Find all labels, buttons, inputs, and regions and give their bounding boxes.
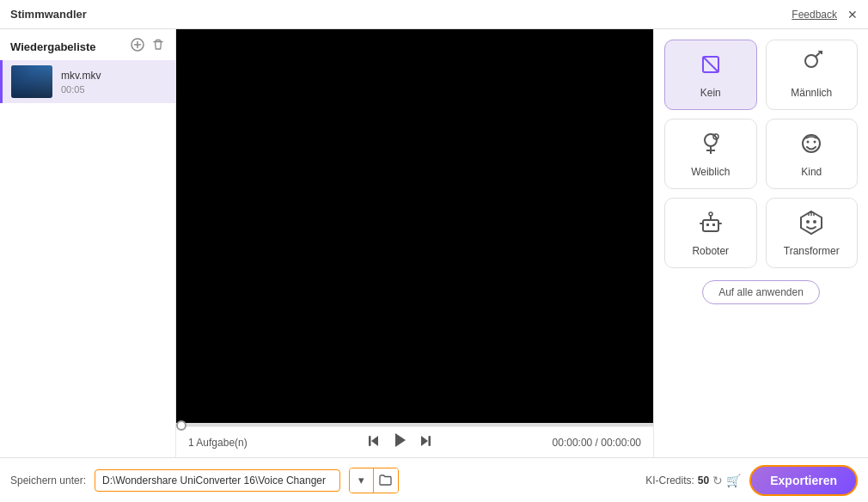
title-bar-actions: Feedback ✕: [792, 9, 858, 21]
svg-rect-7: [429, 436, 431, 446]
svg-rect-20: [712, 223, 715, 226]
ki-credits: KI-Credits: 50 ↻ 🛒: [645, 474, 741, 487]
sidebar-header: Wiedergabeliste: [0, 29, 175, 60]
sidebar: Wiedergabeliste: [0, 29, 176, 457]
roboter-icon: [697, 209, 724, 240]
playlist-thumbnail: [11, 65, 52, 98]
save-path-input[interactable]: [95, 469, 340, 492]
kind-icon: [798, 130, 825, 161]
sidebar-title: Wiedergabeliste: [10, 40, 96, 53]
voice-card-kein[interactable]: Kein: [664, 40, 757, 110]
progress-thumb[interactable]: [176, 420, 186, 431]
playlist-info: mkv.mkv 00:05: [61, 70, 101, 95]
svg-point-11: [705, 134, 717, 146]
svg-marker-5: [395, 433, 406, 447]
svg-marker-6: [421, 436, 428, 446]
apply-all-button[interactable]: Auf alle anwenden: [702, 280, 820, 304]
main-content: Wiedergabeliste: [0, 29, 868, 457]
voice-grid: Kein Männlich: [664, 40, 858, 268]
kein-icon: [697, 51, 724, 82]
close-button[interactable]: ✕: [847, 9, 858, 21]
progress-bar[interactable]: [176, 423, 653, 426]
playlist-duration: 00:05: [61, 84, 101, 95]
right-panel: Kein Männlich: [653, 29, 868, 457]
voice-card-weiblich[interactable]: Weiblich: [664, 119, 757, 189]
feedback-link[interactable]: Feedback: [792, 9, 837, 21]
controls-bar: 1 Aufgabe(n): [176, 426, 653, 457]
transformer-icon: [798, 209, 825, 240]
add-file-icon[interactable]: [131, 38, 144, 55]
svg-point-29: [813, 220, 816, 223]
export-button[interactable]: Exportieren: [749, 465, 858, 496]
path-button-group: ▾: [349, 468, 399, 493]
ki-credits-label: KI-Credits:: [645, 474, 694, 487]
roboter-label: Roboter: [692, 245, 729, 257]
svg-point-28: [806, 220, 810, 223]
task-count: 1 Aufgabe(n): [188, 437, 248, 449]
title-bar: Stimmwandler Feedback ✕: [0, 0, 868, 29]
save-label: Speichern unter:: [10, 474, 86, 487]
weiblich-icon: [697, 130, 724, 161]
prev-button[interactable]: [368, 435, 380, 450]
video-area: 1 Aufgabe(n): [176, 29, 653, 457]
voice-card-kind[interactable]: Kind: [766, 119, 859, 189]
svg-rect-19: [706, 223, 709, 226]
svg-point-22: [709, 212, 712, 216]
playlist-filename: mkv.mkv: [61, 70, 101, 82]
remove-file-icon[interactable]: [151, 38, 165, 55]
next-button[interactable]: [419, 435, 431, 450]
svg-marker-3: [371, 436, 378, 446]
playlist-item[interactable]: mkv.mkv 00:05: [0, 60, 175, 103]
cart-icon[interactable]: 🛒: [726, 474, 741, 487]
voice-card-roboter[interactable]: Roboter: [664, 198, 757, 268]
kind-label: Kind: [801, 166, 822, 178]
svg-line-10: [816, 51, 822, 57]
refresh-icon[interactable]: ↻: [712, 474, 723, 487]
bottom-bar: Speichern unter: ▾ KI-Credits: 50 ↻ 🛒 Ex…: [0, 457, 868, 502]
sidebar-icon-group: [131, 38, 165, 55]
voice-card-transformer[interactable]: Transformer: [766, 198, 859, 268]
ki-credits-value: 50: [698, 474, 709, 487]
playback-controls: [368, 432, 431, 452]
svg-point-9: [805, 55, 817, 67]
svg-point-16: [807, 141, 810, 144]
path-folder-button[interactable]: [374, 468, 398, 493]
time-display: 00:00:00 / 00:00:00: [553, 437, 641, 449]
svg-rect-18: [703, 220, 718, 231]
svg-rect-4: [369, 436, 371, 446]
app-title: Stimmwandler: [10, 8, 87, 21]
svg-point-17: [814, 141, 816, 144]
video-player: [176, 29, 653, 423]
maennlich-icon: [798, 51, 825, 82]
voice-card-maennlich[interactable]: Männlich: [766, 40, 859, 110]
path-dropdown-button[interactable]: ▾: [350, 468, 374, 493]
transformer-label: Transformer: [784, 245, 840, 257]
kein-label: Kein: [700, 87, 721, 99]
maennlich-label: Männlich: [791, 87, 832, 99]
play-button[interactable]: [392, 432, 407, 452]
weiblich-label: Weiblich: [691, 166, 730, 178]
